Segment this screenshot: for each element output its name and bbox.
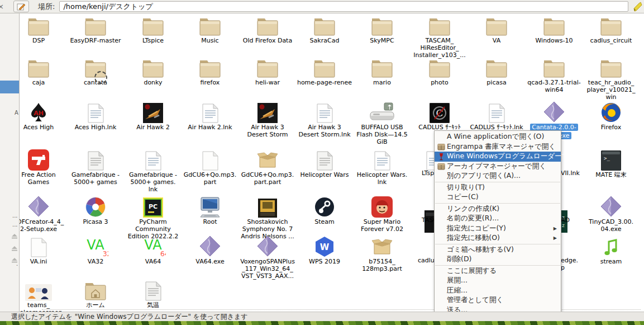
desktop-item[interactable]: Steam (295, 198, 354, 225)
desktop-item-label: Steam (295, 218, 354, 225)
desktop-item[interactable]: qcad-3.27.1-trial-win64 (525, 59, 583, 93)
desktop-item[interactable]: mario (353, 59, 411, 86)
desktop-item[interactable]: Air Hawk 3Desert Storm (238, 103, 297, 138)
desktop-item-label: Super MarioForever v7.02 (353, 218, 411, 233)
desktop-item[interactable]: ホーム (66, 281, 125, 309)
desktop-item[interactable]: SakraCad (295, 17, 354, 44)
pycharm-icon: PC (124, 198, 182, 218)
desktop-item[interactable]: TASCAM_HiResEditor_Installer_v103_... (411, 17, 469, 59)
close-icon[interactable]: × (0, 2, 3, 11)
menu-item-make-link[interactable]: リンクの作成(K) (435, 204, 561, 214)
desktop-item[interactable]: TinyCAD_3.00.04.exe (582, 198, 640, 233)
desktop-item-fragment[interactable]: AD (561, 216, 570, 224)
menu-item-open-with-engrampa[interactable]: Engrampa 書庫マネージャで開く (435, 142, 561, 152)
desktop-item[interactable]: LTspice (124, 17, 182, 44)
folder-icon (411, 59, 469, 78)
blank-icon (437, 172, 445, 180)
desktop-item[interactable]: stream (582, 238, 640, 265)
menu-item-delete[interactable]: 削除(D) (435, 255, 561, 265)
desktop-item[interactable]: Old Firefox Data (238, 17, 297, 44)
desktop-item[interactable]: EasyDRF-master (66, 17, 125, 44)
context-menu: A Wine applicationで開く(O)Engrampa 書庫マネージャ… (434, 130, 561, 325)
menu-item-compress[interactable]: 圧縮... (435, 286, 561, 296)
desktop-item-label: Windows-10 (525, 37, 583, 44)
desktop-item[interactable]: b75154_128mp3.part (353, 238, 411, 272)
blank-icon (437, 267, 445, 275)
desktop-item[interactable]: Air Hawk 2.lnk (181, 103, 239, 131)
desktop-item[interactable]: 気温 (124, 281, 182, 309)
desktop-item[interactable]: VA64.exe (181, 238, 239, 265)
menu-item-open-as-administrator[interactable]: 管理者として開く (435, 295, 561, 305)
desktop-item[interactable]: Helicopter Wars (295, 151, 354, 178)
desktop-item[interactable]: home-page-renee (295, 59, 354, 86)
menu-item-open-with-wine-application[interactable]: A Wine applicationで開く(O) (435, 132, 561, 142)
desktop-item[interactable]: Super MarioForever v7.02 (353, 198, 411, 233)
menu-item-copy-to[interactable]: 指定先にコピー(Y)▶ (435, 224, 561, 234)
menu-item-extract-here[interactable]: ここに展開する (435, 266, 561, 276)
menu-item-move-to[interactable]: 指定先に移動(O)▶ (435, 233, 561, 243)
desktop-item-fragment[interactable]: LTsp (422, 169, 434, 177)
desktop-item[interactable]: Root (181, 198, 239, 225)
desktop-item[interactable]: Gamefabrique -5000+ games.lnk (124, 151, 182, 193)
desktop-item-label: Helicopter Wars (295, 171, 354, 178)
desktop-item[interactable]: GdCU6+Qo.mp3.part (181, 151, 239, 186)
desktop-item[interactable]: donky (124, 59, 182, 86)
desktop-item-label: photo (411, 79, 469, 86)
location-input[interactable] (59, 1, 628, 12)
desktop-item[interactable]: cantata (66, 59, 125, 86)
desktop-item-fragment[interactable]: VII.lnk (561, 169, 580, 177)
eject-icon[interactable] (11, 230, 18, 241)
doc-grey-icon (124, 281, 182, 301)
desktop-item[interactable]: Windows-10 (525, 17, 583, 44)
desktop-item-label: Air Hawk 3Desert Storm.lnk (295, 124, 354, 138)
desktop-item[interactable]: Cantata-2.0.0- (525, 103, 583, 131)
desktop-item-fragment[interactable]: edge.p (561, 257, 578, 271)
menu-item-rename[interactable]: 名前の変更(R)... (435, 214, 561, 224)
desktop-item[interactable]: VoxengoSPANPlus_117_Win32_64_VST_VST3_AA… (238, 238, 297, 280)
desktop-item[interactable]: Picasa 3 (66, 198, 125, 225)
eject-icon[interactable] (11, 255, 18, 265)
menu-item-label: 管理者として開く (447, 295, 503, 305)
desktop-item[interactable]: CADLUS ｻｰｷｯﾄ.lnk (468, 103, 526, 131)
eject-icon[interactable] (11, 243, 18, 253)
package-icon (353, 238, 411, 257)
folder-icon (124, 59, 182, 78)
desktop-item[interactable]: BUFFALO USBFlash Disk—14.5GiB (353, 103, 411, 145)
menu-item-open-with-wine-loader[interactable]: Wine Windowsプログラムローダーで開く (435, 152, 561, 162)
desktop-item[interactable]: teac_hr_audio_player_v10021_win (582, 59, 640, 101)
desktop-item[interactable]: firefox (181, 59, 239, 86)
desktop-item[interactable]: VA64VA64 (124, 238, 182, 265)
desktop-item[interactable]: Gamefabrique -5000+ games (66, 151, 125, 186)
desktop-item[interactable]: Air Hawk 2 (124, 103, 182, 131)
menu-item-open-with-archive-manager[interactable]: アーカイブマネージャーで開く (435, 162, 561, 172)
desktop-item[interactable]: Music (181, 17, 239, 44)
sidebar-selected-place[interactable] (0, 81, 19, 93)
desktop-item[interactable]: Helicopter Wars.lnk (353, 151, 411, 186)
desktop-item[interactable]: ShostakovichSymphony No. 7Andris Nelsons… (238, 198, 297, 240)
desktop-item[interactable]: Firefox (582, 103, 640, 131)
desktop-item[interactable]: PCPyCharmCommunityEdition 2022.2.2 (124, 198, 182, 240)
desktop-item[interactable]: VA32VA32 (66, 238, 125, 265)
desktop-item[interactable]: Air Hawk 3Desert Storm.lnk (295, 103, 354, 138)
desktop-item-label: LTspice (124, 37, 182, 44)
desktop-item[interactable]: cadlus_circuit (582, 17, 640, 44)
menu-item-open-with-other-app[interactable]: 別のアプリで開く(A)... (435, 171, 561, 181)
menu-separator (435, 182, 560, 182)
desktop-item-label: SakraCad (295, 37, 354, 44)
menu-item-extract-to[interactable]: 展開... (435, 276, 561, 286)
edit-location-button[interactable] (13, 1, 29, 12)
desktop-item[interactable]: heli-war (238, 59, 297, 86)
menu-item-cut[interactable]: 切り取り(T) (435, 183, 561, 193)
desktop-item[interactable]: SkyMPC (353, 17, 411, 44)
desktop-item[interactable]: CCADLUS ｻｰｷｯﾄ (411, 103, 469, 131)
desktop-item[interactable]: Aces High.lnk (66, 103, 125, 131)
desktop-item[interactable]: WWPS 2019 (295, 238, 354, 265)
desktop-item[interactable]: photo (411, 59, 469, 86)
desktop-item[interactable]: picasa (468, 59, 526, 86)
menu-item-move-to-trash[interactable]: ゴミ箱へ移動する(V) (435, 245, 561, 255)
desktop-item[interactable]: GdCU6+Qo.mp3.part.part (238, 151, 297, 186)
desktop-item[interactable]: VA (468, 17, 526, 44)
menu-item-label: ゴミ箱へ移動する(V) (447, 245, 514, 255)
desktop-item[interactable]: >_MATE 端末 (582, 151, 640, 178)
menu-item-copy[interactable]: コピー(C) (435, 192, 561, 202)
